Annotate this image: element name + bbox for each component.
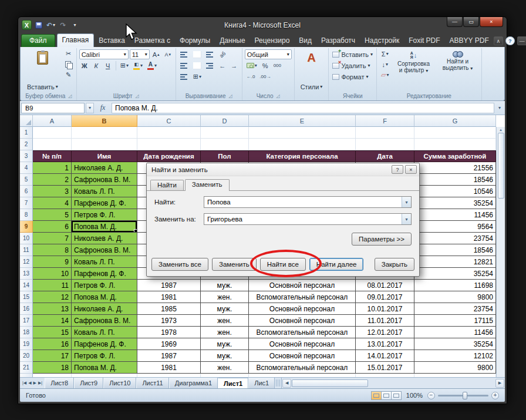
- vertical-scrollbar[interactable]: ▴: [496, 127, 505, 377]
- accounting-format-button[interactable]: ▾: [245, 61, 259, 70]
- cell-B5[interactable]: Сафронова В. М.: [72, 174, 137, 186]
- column-header-C[interactable]: C: [137, 115, 201, 127]
- font-dialog-launcher-icon[interactable]: ◿: [136, 93, 139, 99]
- dialog-title-bar[interactable]: Найти и заменить ? ×: [147, 163, 419, 176]
- orientation-button[interactable]: аб: [217, 49, 228, 59]
- cell-C14[interactable]: 1987: [137, 280, 201, 291]
- ribbon-tab-5[interactable]: Рецензиро: [250, 35, 295, 47]
- sheet-tab-1[interactable]: Лист9: [74, 378, 103, 388]
- column-header-D[interactable]: D: [201, 115, 249, 127]
- cell-G10[interactable]: 23754: [414, 233, 496, 244]
- cell-A12[interactable]: 9: [33, 256, 72, 268]
- table-header-A3[interactable]: № п/п: [33, 150, 72, 162]
- align-bottom-button[interactable]: [204, 49, 216, 59]
- cell-G12[interactable]: 12821: [414, 256, 496, 268]
- row-header-7[interactable]: 7: [20, 197, 33, 209]
- sheet-tab-4[interactable]: Диаграмма1: [169, 378, 218, 388]
- cell-G17[interactable]: 17115: [414, 315, 496, 327]
- ribbon-tab-1[interactable]: Вставка: [94, 35, 130, 47]
- previous-sheet-button[interactable]: ◀: [28, 381, 31, 385]
- normal-view-button[interactable]: [371, 391, 382, 400]
- number-dialog-launcher-icon[interactable]: ◿: [276, 93, 279, 99]
- replace-dropdown-arrow-icon[interactable]: ▾: [402, 214, 411, 224]
- ribbon-tab-3[interactable]: Формулы: [175, 35, 215, 47]
- cell-F1[interactable]: [356, 127, 414, 139]
- find-select-button[interactable]: Найти и выделить ▾: [437, 49, 479, 92]
- cell-A9[interactable]: 6: [33, 221, 72, 233]
- increase-decimal-button[interactable]: ←.0: [245, 72, 257, 82]
- cell-A21[interactable]: 18: [33, 362, 72, 374]
- ribbon-tab-10[interactable]: ABBYY PDF: [445, 35, 494, 47]
- cell-G2[interactable]: [414, 139, 496, 150]
- table-header-E3[interactable]: Категория персонала: [249, 150, 356, 162]
- row-header-16[interactable]: 16: [20, 303, 33, 315]
- close-button[interactable]: ×: [480, 17, 503, 27]
- select-all-corner[interactable]: [20, 115, 33, 127]
- cell-B12[interactable]: Коваль Л. П.: [72, 256, 137, 268]
- wrap-text-button[interactable]: [178, 72, 190, 82]
- paste-button[interactable]: Вставить▾: [23, 49, 62, 92]
- align-middle-button[interactable]: [191, 49, 203, 59]
- copy-button[interactable]: [63, 59, 74, 69]
- cell-A19[interactable]: 16: [33, 338, 72, 350]
- cell-B18[interactable]: Коваль Л. П.: [72, 327, 137, 338]
- font-family-select[interactable]: Calibri▾: [79, 49, 129, 59]
- cell-F22[interactable]: [356, 374, 414, 377]
- cell-G4[interactable]: 21556: [414, 162, 496, 174]
- find-dropdown-arrow-icon[interactable]: ▾: [402, 197, 411, 207]
- cell-A8[interactable]: 5: [33, 209, 72, 221]
- ribbon-tab-8[interactable]: Надстройк: [360, 35, 404, 47]
- cell-E21[interactable]: Вспомогательный персонал: [249, 362, 356, 374]
- minimize-button[interactable]: —: [447, 17, 463, 27]
- cell-B16[interactable]: Николаев А. Д.: [72, 303, 137, 315]
- close-dialog-button[interactable]: Закрыть: [375, 258, 414, 271]
- decrease-decimal-button[interactable]: .00→: [258, 72, 272, 82]
- alignment-dialog-launcher-icon[interactable]: ◿: [229, 93, 232, 99]
- cell-G9[interactable]: 9564: [414, 221, 496, 233]
- sheet-tab-0[interactable]: Лист8: [45, 378, 74, 388]
- maximize-button[interactable]: ▭: [463, 17, 479, 27]
- format-painter-button[interactable]: ✎: [63, 70, 74, 80]
- cell-D21[interactable]: жен.: [201, 362, 249, 374]
- column-header-A[interactable]: A: [33, 115, 72, 127]
- cell-G22[interactable]: [414, 374, 496, 377]
- last-sheet-button[interactable]: ▶|: [38, 381, 42, 385]
- sheet-tab-3[interactable]: Лист11: [136, 378, 168, 388]
- column-header-B[interactable]: B: [72, 115, 137, 127]
- row-header-8[interactable]: 8: [20, 209, 33, 221]
- qat-more-button[interactable]: ▾: [70, 20, 80, 30]
- name-box-arrow[interactable]: ▾: [86, 103, 94, 113]
- cell-F19[interactable]: 13.01.2017: [356, 338, 414, 350]
- cell-E19[interactable]: Основной персонал: [249, 338, 356, 350]
- font-size-select[interactable]: 11▾: [130, 49, 150, 59]
- cell-C15[interactable]: 1981: [137, 291, 201, 303]
- cell-A13[interactable]: 10: [33, 268, 72, 280]
- table-header-C3[interactable]: Дата рождения: [137, 150, 201, 162]
- cell-G5[interactable]: 18546: [414, 174, 496, 186]
- first-sheet-button[interactable]: |◀: [22, 381, 26, 385]
- cell-G6[interactable]: 10546: [414, 186, 496, 197]
- row-header-3[interactable]: 3: [20, 150, 33, 162]
- replace-button[interactable]: Заменить: [212, 258, 257, 271]
- row-header-19[interactable]: 19: [20, 338, 33, 350]
- cell-D15[interactable]: жен.: [201, 291, 249, 303]
- row-header-21[interactable]: 21: [20, 362, 33, 374]
- cell-B4[interactable]: Николаев А. Д.: [72, 162, 137, 174]
- zoom-in-button[interactable]: +: [491, 392, 499, 399]
- cell-A15[interactable]: 12: [33, 291, 72, 303]
- cell-B6[interactable]: Коваль Л. П.: [72, 186, 137, 197]
- delete-cells-button[interactable]: Удалить ▾: [331, 60, 374, 71]
- help-button[interactable]: ?: [505, 36, 515, 45]
- cell-G16[interactable]: 23754: [414, 303, 496, 315]
- merge-center-button[interactable]: ⊞▾: [191, 72, 203, 82]
- cell-C21[interactable]: 1981: [137, 362, 201, 374]
- cell-G1[interactable]: [414, 127, 496, 139]
- align-center-button[interactable]: [191, 61, 203, 70]
- cell-A10[interactable]: 7: [33, 233, 72, 244]
- cell-F16[interactable]: 10.01.2017: [356, 303, 414, 315]
- cell-E1[interactable]: [249, 127, 356, 139]
- column-header-G[interactable]: G: [414, 115, 496, 127]
- dialog-close-button[interactable]: ×: [405, 165, 417, 174]
- workbook-minimize-button[interactable]: —: [517, 36, 526, 45]
- row-header-10[interactable]: 10: [20, 233, 33, 244]
